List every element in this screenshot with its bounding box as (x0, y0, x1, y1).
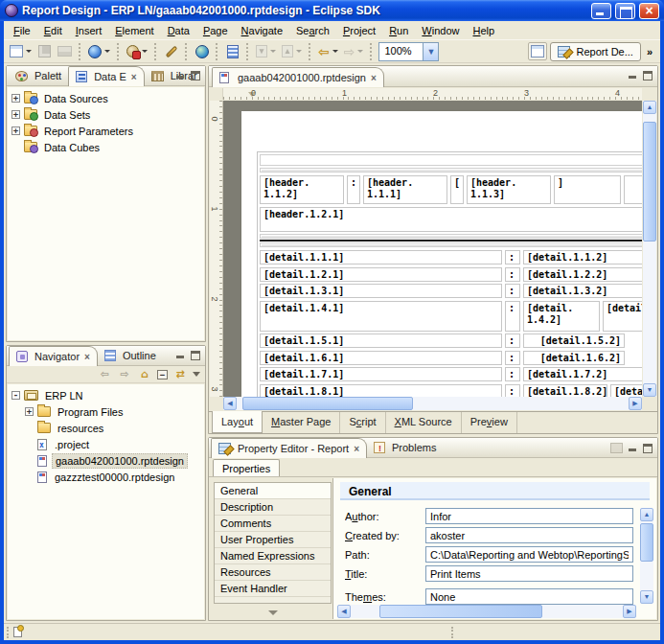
scroll-up-icon[interactable] (640, 508, 653, 521)
up-icon[interactable]: ⌂ (137, 367, 152, 381)
report-cell[interactable]: [ (450, 175, 464, 204)
report-cell[interactable]: [detail.1.3.1] (260, 284, 502, 298)
menu-navigate[interactable]: Navigate (235, 23, 289, 38)
category-user-properties[interactable]: User Properties (215, 532, 331, 548)
tree-toggle-icon[interactable]: + (25, 407, 34, 416)
tree-item-data-sets[interactable]: +Data Sets (8, 106, 204, 123)
scroll-down-icon[interactable] (640, 590, 653, 604)
tab-xml-source[interactable]: XML Source (386, 412, 462, 433)
report-cell[interactable]: ] (554, 175, 621, 204)
tree-toggle-icon[interactable]: + (11, 110, 20, 119)
tree-item-resources[interactable]: +resources (8, 420, 204, 436)
zoom-combo[interactable]: 100% ▼ (378, 42, 439, 61)
tab-master-page[interactable]: Master Page (263, 412, 340, 433)
tree-item-erp-ln[interactable]: -ERP LN (8, 387, 204, 403)
editor-vertical-scrollbar[interactable] (643, 101, 656, 397)
editor-horizontal-scrollbar[interactable] (223, 397, 642, 410)
view-menu-icon[interactable] (193, 372, 200, 377)
report-cell[interactable]: [header. 1.1.2] (260, 175, 344, 204)
scroll-thumb[interactable] (379, 605, 542, 618)
menu-insert[interactable]: Insert (69, 23, 109, 38)
report-cell[interactable]: [header. 1.1.1] (363, 175, 447, 204)
view-menu-icon[interactable] (610, 443, 623, 453)
category-named-expressions[interactable]: Named Expressions (215, 548, 331, 564)
de-tab-data-e[interactable]: Data E (68, 66, 144, 86)
minimize-view-icon[interactable] (174, 71, 186, 80)
editor-tab[interactable]: gaaab042001000.rptdesign (212, 67, 384, 87)
tree-item-report-parameters[interactable]: +Report Parameters (8, 123, 204, 139)
tree-item-data-cubes[interactable]: +Data Cubes (8, 139, 204, 155)
report-cell[interactable]: : (347, 175, 360, 204)
field-input-createdby[interactable] (425, 527, 633, 543)
collapse-all-icon[interactable]: − (157, 370, 168, 380)
maximize-button[interactable] (615, 3, 635, 19)
field-input-themes[interactable] (425, 588, 633, 605)
field-input-path[interactable] (425, 546, 633, 563)
close-tab-icon[interactable] (371, 73, 377, 83)
nav-tab-navigator[interactable]: Navigator (9, 346, 98, 366)
report-cell[interactable]: [detail.1.8.3] (610, 384, 642, 398)
report-cell[interactable]: [detail.1.6.1] (260, 351, 502, 365)
report-cell[interactable]: [detail.1.5.2] (523, 334, 625, 348)
menu-window[interactable]: Window (415, 23, 466, 38)
report-band-empty[interactable] (260, 154, 642, 166)
nav-tab-outline[interactable]: Outline (98, 346, 163, 365)
menu-edit[interactable]: Edit (37, 23, 69, 38)
report-cell[interactable]: [detail.1.1.2] (523, 250, 642, 264)
report-cell[interactable]: [detail.1.1.1] (260, 250, 502, 264)
field-input-author[interactable] (425, 508, 633, 524)
menu-file[interactable]: File (7, 23, 37, 38)
menu-page[interactable]: Page (196, 23, 235, 38)
report-cell[interactable]: [detail.1.4.3] (603, 301, 642, 332)
minimize-view-icon[interactable] (174, 351, 186, 360)
prop-tab-property-editor-report[interactable]: Property Editor - Report (211, 438, 367, 458)
forward-icon[interactable]: ⇨ (117, 367, 132, 381)
report-cell[interactable]: [detail.1.6.2] (523, 351, 625, 365)
next-annotation-button[interactable]: ▾ (253, 41, 279, 61)
run-report-button[interactable] (124, 41, 150, 61)
close-tab-icon[interactable] (84, 352, 90, 362)
scroll-down-icon[interactable] (643, 383, 656, 397)
report-cell[interactable]: [detail.1.4.1] (260, 301, 502, 332)
save-button[interactable] (34, 41, 55, 61)
tree-toggle-icon[interactable]: + (11, 94, 20, 103)
title-bar[interactable]: Report Design - ERP LN/gaaab042001000.rp… (0, 0, 664, 21)
form-vertical-scrollbar[interactable] (640, 508, 653, 604)
tree-toggle-icon[interactable]: + (11, 126, 20, 135)
scroll-left-icon[interactable] (223, 397, 237, 410)
category-general[interactable]: General (215, 483, 331, 499)
scroll-right-icon[interactable] (629, 397, 642, 410)
style-button[interactable] (161, 41, 181, 61)
web-button[interactable] (192, 41, 212, 61)
report-cell[interactable]: [header. 1.1.3] (467, 175, 551, 204)
perspective-overflow-chevron[interactable]: » (644, 46, 655, 58)
report-cell[interactable]: : (505, 267, 520, 282)
category-comments[interactable]: Comments (215, 516, 331, 532)
maximize-view-icon[interactable] (642, 444, 653, 453)
print-button[interactable] (55, 41, 75, 61)
scroll-thumb[interactable] (640, 523, 653, 562)
report-design-perspective-button[interactable]: Report De... (550, 42, 641, 61)
scroll-thumb[interactable] (643, 122, 656, 242)
tab-preview[interactable]: Preview (462, 412, 517, 433)
report-cell[interactable]: : (505, 301, 520, 332)
close-tab-icon[interactable] (354, 444, 359, 454)
report-cell[interactable]: : (505, 351, 520, 365)
minimize-view-icon[interactable] (627, 71, 638, 80)
menu-element[interactable]: Element (108, 23, 160, 38)
list-scroll-down-icon[interactable] (214, 606, 332, 617)
report-divider-line[interactable] (260, 240, 642, 242)
report-cell[interactable]: [detail.1.8.2] (523, 384, 607, 398)
report-cell[interactable]: : (505, 367, 520, 381)
menu-project[interactable]: Project (336, 23, 382, 38)
maximize-view-icon[interactable] (190, 351, 201, 360)
field-input-title[interactable] (425, 565, 633, 582)
minimize-view-icon[interactable] (627, 444, 638, 453)
report-group-header-cell[interactable]: [header.1.2.1] (260, 207, 642, 232)
scroll-right-icon[interactable] (623, 605, 636, 618)
preview-report-button[interactable] (85, 41, 113, 61)
report-cell[interactable]: : (505, 384, 520, 398)
report-cell[interactable]: [detail.1.2.2] (523, 267, 642, 282)
menu-search[interactable]: Search (289, 23, 336, 38)
scroll-up-icon[interactable] (643, 101, 656, 114)
